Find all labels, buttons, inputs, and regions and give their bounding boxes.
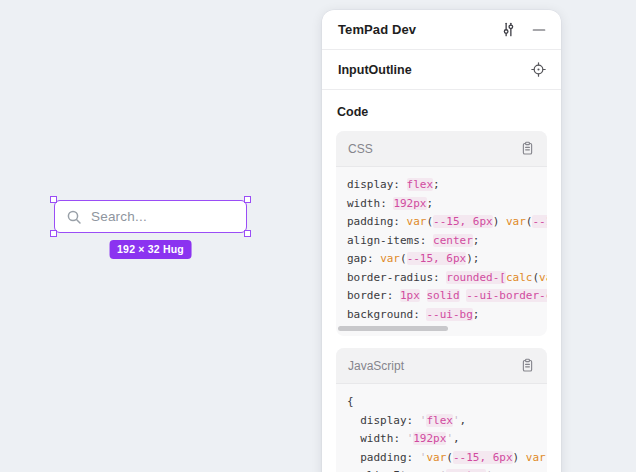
selection-handle[interactable]	[50, 196, 57, 203]
panel-header: TemPad Dev	[322, 10, 561, 50]
component-row: InputOutline	[322, 50, 561, 90]
code-block-header: JavaScript	[336, 348, 547, 384]
code-line: padding: 'var(--15, 6px) var(--15, 6px)'…	[347, 449, 536, 468]
code-language-label: JavaScript	[348, 359, 520, 373]
code-content[interactable]: { display: 'flex', width: '192px', paddi…	[336, 384, 547, 472]
code-line: gap: var(--15, 6px);	[347, 250, 536, 269]
panel-title: TemPad Dev	[338, 22, 485, 37]
selection-handle[interactable]	[50, 230, 57, 237]
selection-handle[interactable]	[244, 230, 251, 237]
component-name: InputOutline	[338, 63, 531, 77]
code-content[interactable]: display: flex;width: 192px;padding: var(…	[336, 167, 547, 336]
code-line: width: 192px;	[347, 195, 536, 214]
code-block-javascript: JavaScript{ display: 'flex', width: '192…	[336, 348, 547, 472]
code-line: background: --ui-bg;	[347, 306, 536, 325]
code-line: display: 'flex',	[347, 412, 536, 431]
code-line: align-items: center;	[347, 232, 536, 251]
code-language-label: CSS	[348, 142, 520, 156]
code-section-label: Code	[337, 105, 547, 119]
code-line: border: 1px solid --ui-border-color;	[347, 287, 536, 306]
copy-icon[interactable]	[520, 141, 535, 156]
selection-handle[interactable]	[244, 196, 251, 203]
code-blocks-container: CSSdisplay: flex;width: 192px;padding: v…	[336, 131, 547, 472]
search-placeholder: Search...	[91, 209, 147, 224]
code-block-header: CSS	[336, 131, 547, 167]
tempad-dev-panel: TemPad Dev InputOutline	[322, 10, 561, 472]
panel-body: Code CSSdisplay: flex;width: 192px;paddi…	[322, 90, 561, 472]
code-line: padding: var(--15, 6px) var(--15, 6px);	[347, 213, 536, 232]
code-line: width: '192px',	[347, 430, 536, 449]
minimize-icon[interactable]	[532, 23, 546, 37]
locate-icon[interactable]	[531, 62, 546, 77]
code-block-css: CSSdisplay: flex;width: 192px;padding: v…	[336, 131, 547, 336]
code-line: {	[347, 393, 536, 412]
search-input-component[interactable]: Search...	[54, 200, 247, 233]
selection-wrapper: Search... 192 × 32 Hug	[54, 200, 247, 233]
copy-icon[interactable]	[520, 358, 535, 373]
sliders-icon[interactable]	[500, 21, 517, 38]
code-line: alignItems: 'center',	[347, 467, 536, 472]
code-line: display: flex;	[347, 176, 536, 195]
dimensions-badge: 192 × 32 Hug	[109, 240, 192, 259]
code-line: border-radius: rounded-[calc(var(--round…	[347, 269, 536, 288]
horizontal-scrollbar[interactable]	[338, 326, 448, 331]
search-icon	[66, 209, 82, 225]
